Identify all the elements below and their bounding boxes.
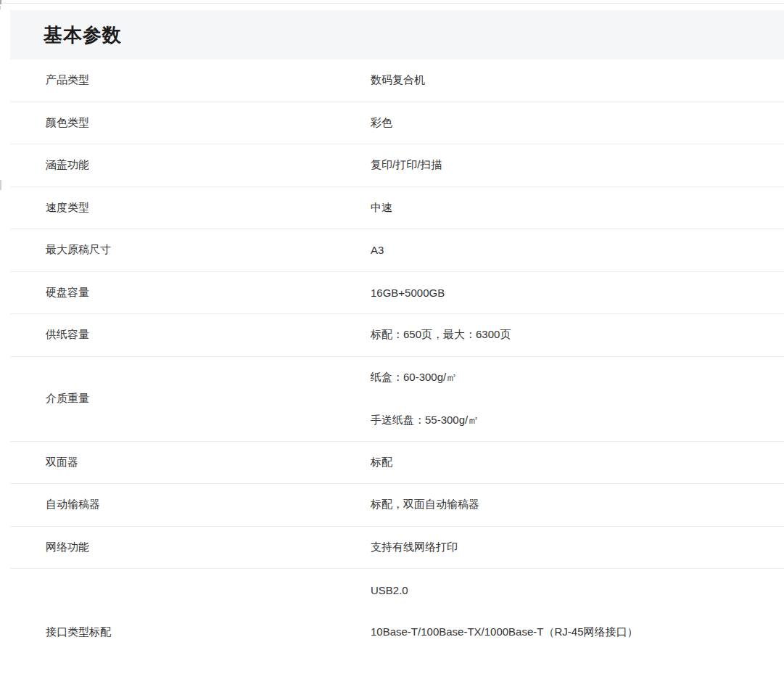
spec-value-line: USB2.0	[371, 569, 772, 612]
spec-value: 中速	[371, 187, 784, 229]
spec-row: 接口类型标配 USB2.0 10Base-T/100Base-TX/1000Ba…	[10, 569, 784, 674]
spec-value-line: 16GB+5000GB	[371, 287, 772, 299]
spec-value: 数码复合机	[371, 59, 784, 102]
spec-row: 硬盘容量 16GB+5000GB	[10, 272, 784, 315]
spec-value-line: 支持有线网络打印	[371, 541, 772, 554]
spec-label: 产品类型	[10, 59, 371, 102]
spec-value: 彩色	[371, 102, 784, 144]
spec-label: 最大原稿尺寸	[10, 229, 371, 271]
spec-value-line: A3	[371, 244, 772, 256]
spec-label: 介质重量	[10, 357, 371, 441]
spec-label: 涵盖功能	[10, 144, 371, 186]
spec-label: 供纸容量	[10, 314, 371, 356]
spec-value-line: 标配：650页，最大：6300页	[371, 328, 772, 342]
left-edge-fragment	[0, 180, 1, 190]
spec-row: 涵盖功能 复印/打印/扫描	[10, 144, 784, 187]
spec-value-line: 复印/打印/扫描	[371, 158, 772, 172]
spec-table: 产品类型 数码复合机 颜色类型 彩色 涵盖功能 复印/打印/扫描 速度类型 中速…	[10, 59, 784, 674]
section-title: 基本参数	[10, 22, 122, 48]
spec-value-line: 纸盒：60-300g/㎡	[371, 357, 772, 400]
spec-label: 网络功能	[10, 527, 371, 569]
left-edge-fragment	[0, 0, 1, 4]
spec-label: 自动输稿器	[10, 484, 371, 526]
left-edge-fragment	[0, 6, 1, 9]
spec-value: 支持有线网络打印	[371, 527, 784, 569]
spec-row: 产品类型 数码复合机	[10, 59, 784, 102]
spec-value-line: 数码复合机	[371, 73, 772, 87]
spec-value: 纸盒：60-300g/㎡ 手送纸盘：55-300g/㎡	[371, 357, 784, 441]
spec-value: A3	[371, 229, 784, 271]
spec-label: 双面器	[10, 442, 371, 484]
spec-panel: 基本参数 产品类型 数码复合机 颜色类型 彩色 涵盖功能 复印/打印/扫描 速度…	[10, 10, 784, 674]
top-divider-rule	[0, 3, 784, 4]
spec-value-line: 10Base-T/100Base-TX/1000Base-T（RJ-45网络接口…	[371, 612, 772, 654]
spec-row: 介质重量 纸盒：60-300g/㎡ 手送纸盘：55-300g/㎡	[10, 357, 784, 442]
spec-value-line: 彩色	[371, 116, 772, 130]
spec-value-line: 手送纸盘：55-300g/㎡	[371, 399, 772, 442]
spec-value-line: 标配，双面自动输稿器	[371, 498, 772, 511]
spec-label: 硬盘容量	[10, 272, 371, 314]
spec-row: 双面器 标配	[10, 442, 784, 485]
spec-value-line: 中速	[371, 201, 772, 215]
spec-row: 速度类型 中速	[10, 187, 784, 230]
spec-label: 速度类型	[10, 187, 371, 229]
spec-value: USB2.0 10Base-T/100Base-TX/1000Base-T（RJ…	[371, 569, 784, 674]
spec-row: 颜色类型 彩色	[10, 102, 784, 145]
spec-value: 复印/打印/扫描	[371, 144, 784, 186]
spec-value: 标配	[371, 442, 784, 484]
spec-label: 接口类型标配	[10, 569, 371, 674]
spec-value: 标配，双面自动输稿器	[371, 484, 784, 526]
spec-row: 网络功能 支持有线网络打印	[10, 527, 784, 570]
spec-value: 标配：650页，最大：6300页	[371, 314, 784, 356]
spec-value: 16GB+5000GB	[371, 272, 784, 314]
section-header: 基本参数	[10, 10, 784, 59]
spec-label: 颜色类型	[10, 102, 371, 144]
spec-row: 供纸容量 标配：650页，最大：6300页	[10, 314, 784, 357]
spec-value-line: 标配	[371, 456, 772, 469]
spec-row: 最大原稿尺寸 A3	[10, 229, 784, 272]
spec-row: 自动输稿器 标配，双面自动输稿器	[10, 484, 784, 527]
